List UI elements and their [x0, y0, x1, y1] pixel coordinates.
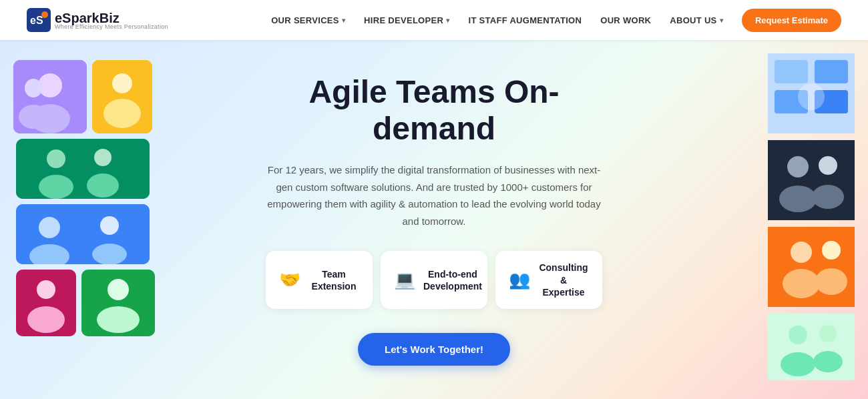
hero-description: For 12 years, we simplify the digital tr…: [267, 161, 601, 230]
photo-block-6: [81, 270, 155, 336]
photo-block-r2: [768, 140, 855, 220]
photo-block-r3: [768, 227, 855, 307]
photo-block-4: [16, 204, 150, 264]
svg-point-7: [19, 105, 48, 129]
logo-subtitle: Where Efficiency Meets Personalization: [55, 23, 168, 30]
nav-item-our-services[interactable]: OUR SERVICES ▾: [271, 15, 345, 25]
chevron-down-icon: ▾: [446, 17, 449, 24]
svg-point-18: [39, 217, 60, 238]
photo-block-3: [16, 139, 150, 199]
end-to-end-icon: 💻: [394, 270, 415, 290]
svg-rect-34: [768, 140, 855, 220]
svg-point-47: [819, 325, 837, 342]
svg-point-20: [100, 216, 119, 235]
svg-point-38: [812, 185, 844, 209]
chevron-down-icon: ▾: [342, 17, 345, 24]
svg-point-42: [822, 241, 841, 260]
svg-point-21: [92, 244, 127, 264]
svg-point-33: [798, 83, 825, 110]
team-extension-icon: 🤝: [279, 270, 300, 290]
logo[interactable]: eS eSparkBiz Where Efficiency Meets Pers…: [27, 8, 168, 32]
lets-work-together-button[interactable]: Let's Work Together!: [358, 333, 510, 366]
photo-block-1: [13, 60, 87, 133]
svg-point-9: [112, 73, 132, 93]
svg-rect-30: [815, 60, 848, 83]
svg-point-26: [107, 279, 129, 300]
photo-block-r1: [768, 53, 855, 133]
service-card-consulting[interactable]: 👥 Consulting & Expertise: [495, 251, 602, 309]
service-label-end-to-end: End-to-end Development: [423, 268, 482, 292]
svg-point-36: [779, 185, 817, 212]
request-estimate-button[interactable]: Request Estimate: [742, 9, 841, 32]
svg-point-23: [37, 280, 55, 299]
hero-section: Agile Teams On-demand For 12 years, we s…: [0, 40, 868, 399]
nav-item-about-us[interactable]: ABOUT US ▾: [670, 15, 723, 25]
svg-point-2: [41, 11, 48, 18]
hero-title: Agile Teams On-demand: [267, 73, 601, 147]
svg-point-48: [813, 351, 843, 372]
svg-point-46: [781, 352, 815, 376]
photo-collage-left: [13, 60, 155, 336]
photo-collage-right: [768, 53, 855, 380]
service-cards: 🤝 Team Extension 💻 End-to-end Developmen…: [267, 251, 601, 309]
photo-block-2: [92, 60, 152, 133]
service-label-team-extension: Team Extension: [308, 268, 359, 292]
photo-block-5: [16, 270, 76, 336]
svg-point-37: [819, 156, 837, 175]
chevron-down-icon: ▾: [720, 17, 723, 24]
nav-item-our-work[interactable]: OUR WORK: [600, 15, 651, 25]
svg-point-41: [783, 269, 820, 298]
svg-point-43: [815, 268, 847, 295]
navbar: eS eSparkBiz Where Efficiency Meets Pers…: [0, 0, 868, 40]
nav-item-hire-developer[interactable]: HIRE DEVELOPER ▾: [364, 15, 449, 25]
svg-point-35: [787, 156, 809, 177]
hero-center: Agile Teams On-demand For 12 years, we s…: [254, 60, 614, 379]
svg-point-45: [789, 326, 807, 344]
svg-point-24: [27, 306, 65, 333]
nav-links: OUR SERVICES ▾ HIRE DEVELOPER ▾ IT STAFF…: [271, 9, 841, 32]
photo-block-r4: [768, 314, 855, 380]
svg-point-27: [97, 306, 140, 333]
service-card-end-to-end[interactable]: 💻 End-to-end Development: [381, 251, 487, 309]
svg-point-6: [25, 79, 42, 97]
svg-point-40: [791, 242, 812, 263]
svg-rect-16: [16, 139, 150, 199]
service-label-consulting: Consulting & Expertise: [538, 262, 589, 298]
service-card-team-extension[interactable]: 🤝 Team Extension: [266, 251, 373, 309]
consulting-icon: 👥: [509, 270, 530, 290]
nav-item-it-staff[interactable]: IT STAFF AUGMENTATION: [468, 15, 582, 25]
svg-point-10: [103, 99, 141, 128]
svg-rect-29: [775, 60, 808, 83]
svg-text:eS: eS: [30, 15, 43, 26]
